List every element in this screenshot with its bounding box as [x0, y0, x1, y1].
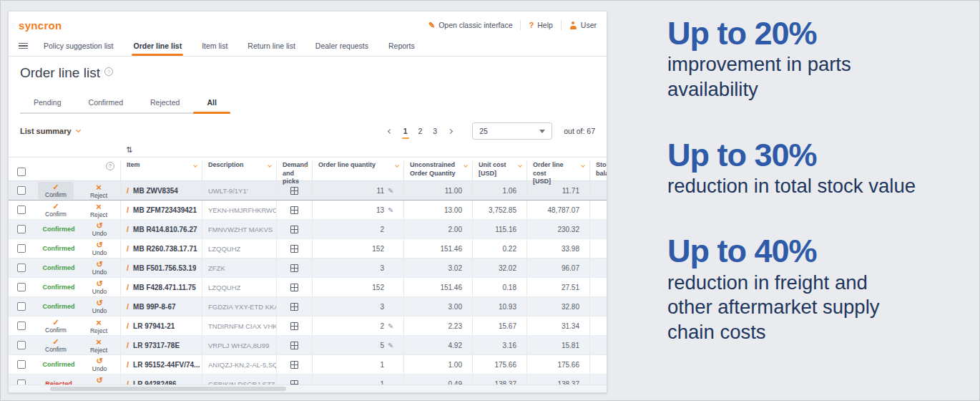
row-checkbox[interactable] — [17, 283, 26, 291]
help-link[interactable]: ? Help — [529, 21, 552, 29]
undo-button[interactable]: ↺ Undo — [84, 222, 114, 237]
undo-button[interactable]: ↺ Undo — [84, 261, 114, 276]
edit-quantity-icon[interactable]: ✎ — [388, 342, 395, 349]
edit-quantity-icon[interactable]: ✎ — [388, 322, 395, 330]
demand-picks-grid-icon[interactable] — [290, 303, 298, 311]
edit-icon[interactable]: / — [127, 264, 129, 272]
horizontal-scrollbar[interactable] — [9, 385, 607, 392]
row-checkbox[interactable] — [17, 322, 26, 330]
edit-icon[interactable]: / — [127, 360, 129, 369]
nav-item-order-line-list[interactable]: Order line list — [123, 36, 192, 56]
hamburger-menu-icon[interactable] — [19, 36, 28, 56]
actions-help-icon[interactable]: ? — [106, 162, 114, 170]
page-size-value: 25 — [479, 127, 488, 135]
next-page-button[interactable] — [447, 128, 454, 135]
edit-icon[interactable]: / — [127, 341, 129, 349]
tab-confirmed[interactable]: Confirmed — [75, 94, 137, 112]
edit-icon[interactable]: / — [127, 225, 129, 233]
confirm-button[interactable]: ✓ Confirm — [38, 338, 74, 353]
table-row: ✓ Confirm × Reject Confirmed ↺ Undo / MB… — [9, 220, 607, 239]
nav-item-item-list[interactable]: Item list — [192, 36, 237, 56]
row-checkbox[interactable] — [17, 302, 26, 311]
user-menu[interactable]: User — [569, 21, 597, 29]
edit-icon[interactable]: / — [127, 283, 129, 291]
undo-button[interactable]: ↺ Undo — [84, 299, 114, 314]
undo-button[interactable]: ↺ Undo — [84, 357, 114, 372]
page-title-help-icon[interactable]: ? — [104, 67, 113, 76]
column-header-demand-picks[interactable]: Demand and picks — [276, 161, 312, 180]
edit-quantity-icon[interactable]: ✎ — [388, 187, 395, 195]
undo-button[interactable]: ↺ Undo — [84, 280, 114, 295]
demand-picks-cell — [276, 200, 312, 219]
page-number[interactable]: 3 — [432, 125, 438, 137]
horizontal-scrollbar-thumb[interactable] — [50, 387, 286, 391]
demand-picks-grid-icon[interactable] — [290, 264, 298, 272]
column-header-unit-cost[interactable]: Unit cost [USD] — [472, 161, 526, 180]
row-checkbox[interactable] — [17, 341, 26, 349]
row-checkbox[interactable] — [17, 206, 26, 214]
demand-picks-grid-icon[interactable] — [290, 361, 298, 369]
select-all-checkbox[interactable] — [17, 168, 26, 176]
reject-button[interactable]: × Reject — [81, 183, 117, 199]
stats-panel: Up to 20% improvement in parts availabil… — [667, 2, 975, 345]
item-cell: / MB F428.471.11.75 — [120, 278, 202, 296]
confirm-button[interactable]: ✓ Confirm — [38, 319, 74, 334]
sort-icon[interactable]: ⇅ — [126, 145, 132, 155]
help-icon: ? — [529, 21, 534, 29]
item-code: LR 95152-44FV/74... — [133, 361, 200, 369]
open-classic-interface-link[interactable]: ✎ Open classic interface — [428, 21, 513, 30]
undo-button[interactable]: ↺ Undo — [84, 241, 114, 256]
edit-quantity-icon[interactable]: ✎ — [388, 206, 395, 214]
unit-cost-cell: 175.66 — [472, 355, 526, 374]
stat-body: reduction in freight and other aftermark… — [667, 271, 907, 346]
order-line-cost-cell: 32.80 — [526, 297, 589, 316]
demand-picks-grid-icon[interactable] — [290, 245, 298, 253]
edit-icon[interactable]: / — [127, 186, 129, 195]
edit-icon[interactable]: / — [127, 322, 129, 330]
confirm-button[interactable]: ✓ Confirm — [38, 203, 74, 218]
column-header-stock-balance[interactable]: Stock balance — [589, 161, 607, 180]
order-line-quantity-cell: 2 ✎ — [312, 317, 403, 335]
edit-icon[interactable]: / — [127, 302, 129, 311]
demand-picks-grid-icon[interactable] — [290, 187, 298, 195]
reject-button[interactable]: × Reject — [81, 318, 117, 334]
demand-picks-grid-icon[interactable] — [290, 226, 298, 233]
row-checkbox[interactable] — [17, 360, 26, 369]
tab-rejected[interactable]: Rejected — [137, 94, 193, 112]
row-checkbox[interactable] — [17, 264, 26, 272]
edit-icon[interactable]: / — [127, 244, 129, 253]
column-header-item[interactable]: Item — [120, 161, 202, 180]
tab-all[interactable]: All — [193, 94, 230, 112]
demand-picks-cell — [276, 317, 312, 335]
column-header-unconstrained-order-quantity[interactable]: Unconstrained Order Quantity — [403, 161, 472, 180]
reject-button[interactable]: × Reject — [81, 337, 117, 354]
tab-pending[interactable]: Pending — [20, 94, 75, 112]
column-header-order-line-quantity[interactable]: Order line quantity — [312, 161, 403, 180]
nav-item-dealer-requests[interactable]: Dealer requests — [305, 36, 378, 56]
nav-item-return-line-list[interactable]: Return line list — [237, 36, 305, 56]
nav-item-reports[interactable]: Reports — [378, 36, 425, 56]
demand-picks-grid-icon[interactable] — [290, 342, 298, 349]
open-classic-interface-label: Open classic interface — [438, 21, 512, 29]
stock-balance-cell — [589, 181, 607, 200]
row-checkbox-cell — [9, 200, 34, 219]
nav-item-policy-suggestion-list[interactable]: Policy suggestion list — [34, 36, 123, 56]
demand-picks-grid-icon[interactable] — [290, 284, 298, 291]
column-header-order-line-cost[interactable]: Order line cost [USD] — [526, 161, 589, 180]
page-size-select[interactable]: 25 — [472, 122, 552, 140]
row-checkbox[interactable] — [17, 244, 26, 253]
main-nav-items: Policy suggestion listOrder line listIte… — [34, 36, 425, 56]
row-checkbox[interactable] — [17, 186, 26, 195]
confirm-button[interactable]: ✓ Confirm — [38, 182, 74, 200]
item-code: MB R260.738.17.71 — [133, 245, 197, 253]
previous-page-button[interactable] — [387, 128, 393, 135]
demand-picks-grid-icon[interactable] — [290, 206, 298, 214]
edit-icon[interactable]: / — [127, 206, 129, 214]
page-number[interactable]: 2 — [418, 125, 423, 137]
list-summary-toggle[interactable]: List summary — [20, 127, 80, 135]
page-number[interactable]: 1 — [403, 125, 408, 137]
reject-button[interactable]: × Reject — [81, 202, 117, 218]
row-checkbox[interactable] — [17, 225, 26, 233]
demand-picks-grid-icon[interactable] — [290, 322, 298, 330]
column-header-description[interactable]: Description — [202, 161, 276, 180]
